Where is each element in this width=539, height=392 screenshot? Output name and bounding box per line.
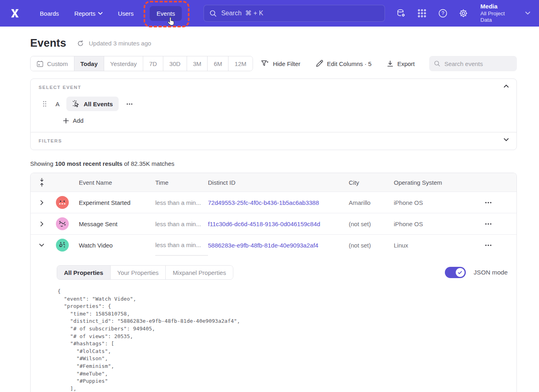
- event-chip-label: All Events: [84, 101, 113, 107]
- table-header-row: Event Name Time Distinct ID City Operati…: [31, 173, 516, 192]
- event-time: less than a min...: [155, 192, 208, 213]
- mixpanel-logo-icon[interactable]: [8, 6, 21, 20]
- hide-filter-button[interactable]: Hide Filter: [261, 60, 300, 67]
- edit-columns-button[interactable]: Edit Columns · 5: [316, 60, 372, 67]
- project-selector[interactable]: Media All Project Data: [480, 3, 516, 24]
- top-navbar: Boards Reports Users Events: [0, 0, 539, 27]
- nav-item-users[interactable]: Users: [113, 6, 138, 21]
- date-range-control: Custom Today Yesterday 7D 30D 3M 6M 12M: [30, 56, 253, 71]
- search-events-field[interactable]: [429, 56, 517, 71]
- date-range-7d[interactable]: 7D: [143, 56, 163, 71]
- event-city: Amarillo: [349, 199, 394, 206]
- expand-row-icon[interactable]: [31, 200, 53, 205]
- col-header-city[interactable]: City: [349, 179, 394, 186]
- main-nav: Boards Reports Users Events: [35, 6, 182, 21]
- main-content: Events Updated 3 minutes ago Custom Toda…: [0, 37, 539, 392]
- add-event-label: Add: [73, 117, 84, 124]
- add-event-button[interactable]: Add: [63, 117, 84, 124]
- event-os: iPhone OS: [394, 199, 480, 206]
- distinct-id-link[interactable]: f11c30d6-dc6d-4518-9136-0d046159c84d: [208, 221, 349, 227]
- event-name[interactable]: Message Sent: [79, 221, 155, 227]
- global-search-input[interactable]: [221, 10, 379, 17]
- event-os: Linux: [394, 242, 480, 249]
- pencil-icon: [316, 60, 323, 67]
- project-name: Media: [480, 3, 516, 10]
- date-range-custom-label: Custom: [47, 60, 68, 67]
- query-row-letter: A: [56, 101, 60, 107]
- hide-filter-label: Hide Filter: [273, 60, 300, 67]
- query-builder-card: SELECT EVENT A All Events: [30, 78, 517, 150]
- table-row-expanded: Watch Video less than a min... 5886283e-…: [31, 234, 516, 256]
- json-mode-toggle[interactable]: [445, 267, 466, 278]
- nav-item-boards[interactable]: Boards: [35, 6, 64, 21]
- select-event-label: SELECT EVENT: [39, 85, 508, 90]
- col-header-time[interactable]: Time: [155, 179, 208, 186]
- date-range-6m[interactable]: 6M: [208, 56, 228, 71]
- updated-timestamp: Updated 3 minutes ago: [89, 40, 151, 47]
- drag-handle-icon[interactable]: [43, 101, 47, 107]
- page-title: Events: [30, 37, 66, 50]
- export-button[interactable]: Export: [387, 60, 415, 67]
- col-header-distinct-id[interactable]: Distinct ID: [208, 179, 349, 186]
- event-selector-chip[interactable]: All Events: [66, 97, 119, 111]
- project-subtitle: All Project Data: [480, 10, 516, 24]
- row-actions-icon[interactable]: [480, 202, 516, 204]
- settings-gear-icon[interactable]: [459, 8, 469, 19]
- project-chevron-icon[interactable]: [525, 12, 530, 15]
- search-events-input[interactable]: [444, 60, 512, 67]
- collapse-all-rows-icon[interactable]: [31, 178, 53, 187]
- date-range-30d[interactable]: 30D: [163, 56, 187, 71]
- distinct-id-link[interactable]: 72d49553-25fc-4f0c-b436-1b5ac6ab3388: [208, 199, 349, 206]
- nav-item-events[interactable]: Events: [150, 6, 182, 21]
- results-prefix: Showing: [30, 160, 55, 167]
- tab-your-properties[interactable]: Your Properties: [111, 266, 166, 279]
- event-query-row: A All Events: [39, 97, 508, 111]
- date-range-3m[interactable]: 3M: [187, 56, 208, 71]
- date-range-12m[interactable]: 12M: [228, 56, 252, 71]
- tab-mixpanel-properties[interactable]: Mixpanel Properties: [166, 266, 233, 279]
- json-mode-control: JSON mode: [445, 267, 508, 278]
- event-json-viewer[interactable]: { "event": "Watch Video", "properties": …: [58, 288, 508, 392]
- nav-item-reports[interactable]: Reports: [70, 6, 108, 21]
- results-suffix: of 82.35K matches: [122, 160, 174, 167]
- expand-row-icon[interactable]: [31, 221, 53, 227]
- col-header-os[interactable]: Operating System: [394, 179, 480, 186]
- event-more-options-icon[interactable]: [125, 101, 134, 107]
- collapse-row-icon[interactable]: [31, 243, 53, 247]
- results-count: 100 most recent results: [55, 160, 123, 167]
- date-range-today[interactable]: Today: [74, 56, 104, 71]
- expand-filters-icon[interactable]: [504, 138, 509, 141]
- search-icon: [434, 60, 440, 67]
- check-icon: [458, 271, 462, 274]
- detail-toolbar: All Properties Your Properties Mixpanel …: [57, 265, 508, 280]
- collapse-section-icon[interactable]: [504, 85, 509, 88]
- help-icon[interactable]: ?: [438, 8, 448, 19]
- date-range-yesterday[interactable]: Yesterday: [104, 56, 143, 71]
- event-city: (not set): [349, 221, 394, 227]
- events-table: Event Name Time Distinct ID City Operati…: [30, 173, 517, 392]
- table-row: Message Sent less than a min... f11c30d6…: [31, 213, 516, 234]
- svg-text:?: ?: [441, 10, 444, 16]
- toolbar-right: Hide Filter Edit Columns · 5 Export: [261, 56, 517, 71]
- event-name[interactable]: Watch Video: [79, 242, 155, 249]
- distinct-id-link[interactable]: 5886283e-e9fb-48fb-81de-40e9093a2af4: [208, 242, 349, 249]
- global-search[interactable]: [204, 5, 385, 22]
- title-row: Events Updated 3 minutes ago: [30, 37, 517, 50]
- col-header-event-name[interactable]: Event Name: [79, 179, 155, 186]
- refresh-icon[interactable]: [77, 40, 84, 47]
- row-actions-icon[interactable]: [480, 244, 516, 246]
- event-time: less than a min...: [155, 213, 208, 234]
- row-actions-icon[interactable]: [480, 223, 516, 225]
- date-range-custom[interactable]: Custom: [31, 56, 74, 71]
- toggle-knob: [456, 268, 465, 277]
- tab-all-properties[interactable]: All Properties: [57, 266, 111, 279]
- apps-grid-icon[interactable]: [417, 8, 427, 19]
- event-avatar: [56, 196, 69, 209]
- select-event-section: SELECT EVENT A All Events: [31, 79, 516, 132]
- edit-columns-label: Edit Columns · 5: [327, 60, 372, 67]
- navbar-right: ? Media All Project Data: [385, 3, 530, 24]
- event-os: iPhone OS: [394, 221, 480, 227]
- data-management-icon[interactable]: [396, 8, 406, 19]
- event-avatar: [56, 239, 69, 252]
- event-name[interactable]: Experiment Started: [79, 199, 155, 206]
